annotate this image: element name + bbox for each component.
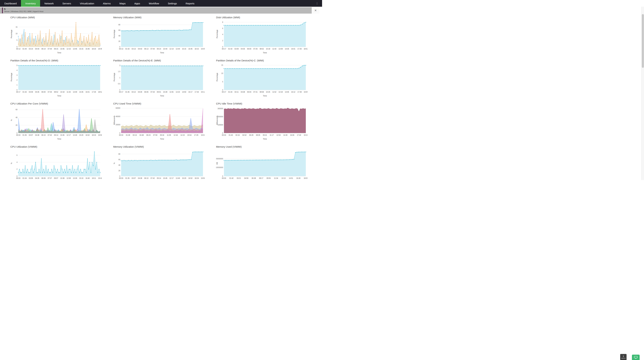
nav-item-workflow[interactable]: Workflow bbox=[144, 0, 164, 7]
svg-text:17:26: 17:26 bbox=[298, 48, 302, 50]
svg-text:11:17: 11:17 bbox=[270, 134, 274, 136]
svg-text:10000000: 10000000 bbox=[216, 166, 223, 168]
svg-text:10: 10 bbox=[221, 72, 223, 74]
svg-text:03:09: 03:09 bbox=[234, 48, 239, 50]
nav-item-servers[interactable]: Servers bbox=[58, 0, 76, 7]
svg-text:80: 80 bbox=[118, 153, 120, 155]
svg-text:19:56: 19:56 bbox=[201, 177, 205, 179]
svg-text:0.5: 0.5 bbox=[118, 83, 120, 85]
nav-spacer bbox=[199, 0, 312, 7]
svg-text:Milliseconds: Milliseconds bbox=[216, 116, 218, 125]
svg-text:01:34: 01:34 bbox=[22, 177, 27, 179]
svg-text:16:30: 16:30 bbox=[296, 177, 300, 179]
svg-text:16:40: 16:40 bbox=[86, 177, 90, 179]
svg-text:03:05: 03:05 bbox=[29, 177, 33, 179]
svg-text:06:00: 06:00 bbox=[42, 91, 46, 93]
svg-text:19:56: 19:56 bbox=[98, 134, 102, 136]
chart-title: Memory Utilization (VIWMI) bbox=[113, 145, 214, 148]
svg-text:40: 40 bbox=[16, 116, 18, 118]
svg-text:03:07: 03:07 bbox=[132, 177, 136, 179]
chart-cell-2: Memory Utilization (WMI)02040608000:1301… bbox=[111, 15, 214, 58]
svg-text:01:38: 01:38 bbox=[126, 134, 130, 136]
svg-text:15:20: 15:20 bbox=[182, 177, 186, 179]
svg-text:0: 0 bbox=[119, 132, 120, 134]
svg-text:Time: Time bbox=[263, 138, 267, 140]
nav-item-alarms[interactable]: Alarms bbox=[98, 0, 115, 7]
svg-text:11:43: 11:43 bbox=[66, 91, 71, 93]
svg-text:0: 0 bbox=[119, 46, 120, 48]
svg-text:10:18: 10:18 bbox=[60, 91, 64, 93]
svg-text:15:54: 15:54 bbox=[187, 134, 192, 136]
svg-text:10:25: 10:25 bbox=[266, 91, 270, 93]
svg-text:00:03: 00:03 bbox=[119, 134, 123, 136]
svg-text:00:03: 00:03 bbox=[222, 134, 226, 136]
nav-item-inventory[interactable]: Inventory bbox=[21, 0, 40, 7]
svg-text:04:38: 04:38 bbox=[35, 134, 39, 136]
svg-text:60: 60 bbox=[118, 159, 120, 160]
svg-text:13:49: 13:49 bbox=[176, 177, 180, 179]
svg-text:20: 20 bbox=[118, 40, 120, 42]
svg-text:03:13: 03:13 bbox=[133, 134, 137, 136]
nav-item-virtualization[interactable]: Virtualization bbox=[76, 0, 99, 7]
svg-text:20000000: 20000000 bbox=[216, 158, 223, 160]
svg-text:16:17: 16:17 bbox=[188, 91, 192, 93]
svg-text:07:59: 07:59 bbox=[153, 134, 157, 136]
svg-text:06:24: 06:24 bbox=[146, 134, 150, 136]
svg-text:Time: Time bbox=[160, 52, 164, 54]
overflow-menu-icon[interactable]: ⋮ bbox=[312, 0, 322, 7]
chart-cell-8: CPU Used Time (VIWMI)020000400006000000:… bbox=[111, 102, 214, 144]
svg-text:14:51: 14:51 bbox=[289, 177, 293, 179]
charts-grid: CPU Utilization (WMI)05101500:1301:4403:… bbox=[0, 14, 320, 180]
svg-text:15:20: 15:20 bbox=[79, 134, 83, 136]
svg-text:19:12: 19:12 bbox=[201, 91, 205, 93]
svg-text:12:08: 12:08 bbox=[66, 177, 71, 179]
nav-item-network[interactable]: Network bbox=[40, 0, 58, 7]
svg-text:2: 2 bbox=[16, 168, 18, 170]
svg-text:00:17: 00:17 bbox=[222, 91, 226, 93]
svg-text:09:34: 09:34 bbox=[160, 134, 164, 136]
close-icon[interactable]: ✕ bbox=[312, 7, 320, 14]
svg-text:01:42: 01:42 bbox=[229, 177, 234, 179]
nav-item-apps[interactable]: Apps bbox=[130, 0, 144, 7]
svg-text:06:13: 06:13 bbox=[144, 48, 148, 50]
chart-cell-9: CPU Idle Time (VIWMI)0100000200000300000… bbox=[214, 102, 317, 144]
svg-text:09:14: 09:14 bbox=[54, 134, 58, 136]
svg-text:03:16: 03:16 bbox=[236, 134, 240, 136]
nav-item-dashboard[interactable]: Dashboard bbox=[0, 0, 21, 7]
svg-text:12:14: 12:14 bbox=[170, 48, 174, 50]
svg-text:01:44: 01:44 bbox=[22, 48, 27, 50]
chart-canvas: 0100000002000000000:0301:4203:2104:5906:… bbox=[216, 148, 308, 180]
svg-text:13:09: 13:09 bbox=[73, 91, 77, 93]
svg-text:14:19: 14:19 bbox=[180, 134, 184, 136]
svg-text:11:55: 11:55 bbox=[170, 91, 174, 93]
svg-text:Time: Time bbox=[57, 52, 61, 54]
svg-text:10:28: 10:28 bbox=[163, 91, 167, 93]
chart-canvas: 024600:0301:3403:0504:3506:0607:3709:071… bbox=[10, 148, 102, 180]
svg-text:100000: 100000 bbox=[218, 124, 223, 126]
nav-item-maps[interactable]: Maps bbox=[115, 0, 130, 7]
svg-text:5: 5 bbox=[222, 81, 223, 83]
device-header: h Server | Windows 2012 R2 | WMI | Hyper… bbox=[0, 7, 320, 14]
chart-canvas: 020406000:0301:3503:0704:3806:1007:4209:… bbox=[10, 105, 102, 141]
svg-text:10:38: 10:38 bbox=[60, 177, 64, 179]
svg-text:%: % bbox=[10, 162, 12, 164]
svg-text:13:09: 13:09 bbox=[278, 48, 283, 50]
svg-text:16:01: 16:01 bbox=[86, 91, 90, 93]
chart-canvas: 05101500:1701:4403:1104:3806:0407:3108:5… bbox=[216, 62, 308, 98]
svg-text:00:03: 00:03 bbox=[222, 177, 226, 179]
chart-cell-4: Partition Details of the Device(%)-D: (W… bbox=[8, 58, 111, 102]
svg-text:09:41: 09:41 bbox=[263, 134, 267, 136]
svg-text:60: 60 bbox=[16, 109, 18, 110]
svg-text:15:10: 15:10 bbox=[79, 177, 83, 179]
svg-text:07:26: 07:26 bbox=[253, 48, 258, 50]
svg-text:14:30: 14:30 bbox=[283, 134, 287, 136]
svg-text:00:17: 00:17 bbox=[222, 48, 226, 50]
nav-item-reports[interactable]: Reports bbox=[181, 0, 199, 7]
svg-text:2: 2 bbox=[222, 40, 223, 42]
svg-text:Percentage: Percentage bbox=[10, 73, 12, 81]
chart-title: Partition Details of the Device(%)-C: (W… bbox=[216, 59, 317, 62]
svg-text:6: 6 bbox=[222, 28, 223, 29]
nav-item-settings[interactable]: Settings bbox=[164, 0, 181, 7]
svg-text:07:42: 07:42 bbox=[150, 177, 155, 179]
svg-text:19:05: 19:05 bbox=[304, 91, 308, 93]
